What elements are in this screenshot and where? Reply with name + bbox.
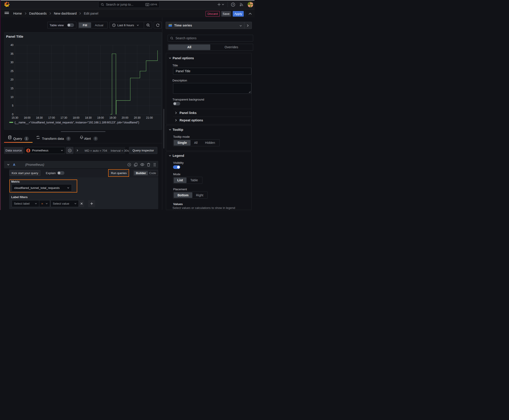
svg-text:17:00: 17:00 [48,116,55,119]
svg-text:21:00: 21:00 [146,116,153,119]
svg-text:15: 15 [11,87,14,90]
svg-text:20: 20 [11,78,14,81]
svg-text:5: 5 [12,104,14,107]
svg-text:19:30: 19:30 [109,116,116,119]
svg-text:20:30: 20:30 [134,116,140,119]
svg-text:35: 35 [11,52,14,55]
svg-text:16:30: 16:30 [36,116,43,119]
svg-text:18:30: 18:30 [85,116,91,119]
svg-text:?: ? [129,164,130,166]
svg-text:{__name__="cloudflared_tunnel_: {__name__="cloudflared_tunnel_total_requ… [15,121,139,124]
svg-text:10: 10 [11,95,14,98]
svg-text:16:00: 16:00 [24,116,30,119]
svg-text:?: ? [69,150,70,152]
svg-text:30: 30 [11,61,14,64]
svg-text:0: 0 [12,113,14,116]
svg-text:18:00: 18:00 [73,116,79,119]
svg-text:?: ? [232,3,234,6]
svg-text:20:00: 20:00 [122,116,128,119]
svg-text:15:30: 15:30 [11,116,18,119]
svg-text:19:00: 19:00 [97,116,104,119]
svg-text:25: 25 [11,69,14,73]
svg-text:40: 40 [11,44,14,47]
svg-text:17:30: 17:30 [60,116,67,119]
